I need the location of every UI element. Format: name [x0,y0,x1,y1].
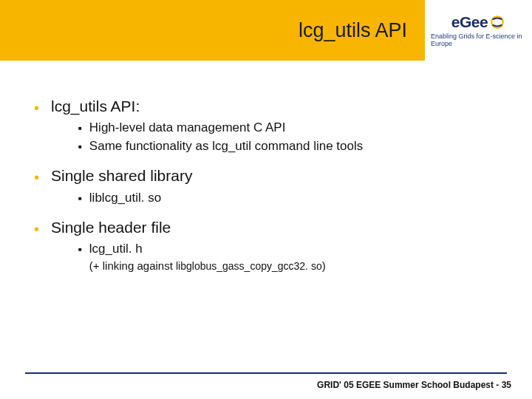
sub-list: ■ lcg_util. h (+ linking against libglob… [34,238,498,282]
slide-title: lcg_utils API [299,19,407,42]
sub-list-label: lcg_util. h (+ linking against libglobus… [89,241,326,275]
sub-list-label: High-level data management C API [89,120,286,137]
page-number: 35 [502,380,511,390]
list-item-label: Single shared library [51,166,192,186]
sub-list-extra-prefix: (+ linking against [89,259,176,272]
square-bullet-icon: ■ [78,143,82,150]
bullet-list: • lcg_utils API: ■ High-level data manag… [34,96,498,282]
list-item: • Single header file ■ lcg_util. h (+ li… [34,217,498,282]
sub-list-item: ■ Same functionality as lcg_util command… [78,138,498,155]
square-bullet-icon: ■ [78,125,82,132]
list-item-label: lcg_utils API: [51,96,140,117]
sub-list-item: ■ liblcg_util. so [78,190,498,207]
slide-content: • lcg_utils API: ■ High-level data manag… [0,61,532,282]
sub-list-extra-code: libglobus_gass_copy_gcc32. so [176,260,322,272]
egee-tagline: Enabling Grids for E-science in Europe [431,33,526,48]
bullet-icon: • [34,222,39,236]
bullet-icon: • [34,100,39,115]
sub-list-item: ■ lcg_util. h (+ linking against libglob… [78,241,498,275]
square-bullet-icon: ■ [78,246,82,253]
sub-list: ■ High-level data management C API ■ Sam… [34,117,498,163]
egee-logo: eGee Enabling Grids for E-science in Eur… [425,0,532,61]
list-item: • lcg_utils API: ■ High-level data manag… [34,96,498,163]
sub-list-label: Same functionality as lcg_util command l… [89,138,363,155]
egee-logo-text: eGee [451,13,488,31]
egee-logo-top: eGee [451,13,505,31]
slide: lcg_utils API eGee Enabling Grids for E-… [0,0,532,399]
sub-list-item: ■ High-level data management C API [78,120,498,137]
list-item-label: Single header file [51,217,171,238]
sub-list-extra-suffix: ) [322,259,326,272]
footer-text: GRID' 05 EGEE Summer School Budapest - 3… [317,380,511,390]
title-area: lcg_utils API [0,0,425,61]
slide-header: lcg_utils API eGee Enabling Grids for E-… [0,0,532,61]
bullet-icon: • [34,170,39,185]
square-bullet-icon: ■ [78,195,82,202]
footer-divider [25,372,507,374]
list-item: • Single shared library ■ liblcg_util. s… [34,166,498,214]
egee-swirl-icon [489,14,505,30]
sub-list-text: lcg_util. h [89,242,143,256]
sub-list: ■ liblcg_util. so [34,187,498,214]
sub-list-label: liblcg_util. so [89,190,161,207]
footer-prefix: GRID' 05 EGEE Summer School Budapest - [317,380,502,390]
